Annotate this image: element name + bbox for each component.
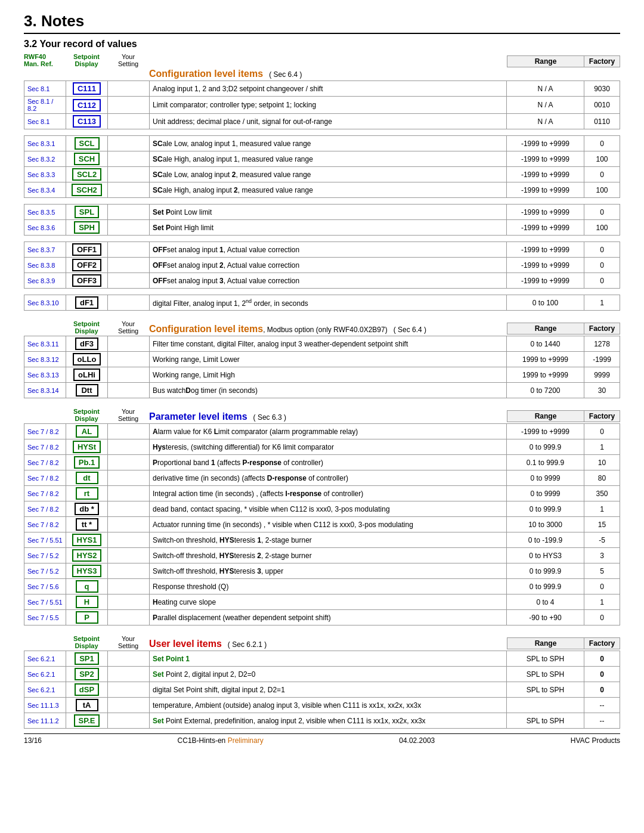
col-header-range4: Range [507, 637, 584, 649]
section-title: 3.2 Your record of values [24, 39, 620, 49]
user-table: Sec 6.2.1 SP1 Set Point 1 SPL to SPH 0 S… [24, 651, 620, 729]
col-label-setting4: YourSetting [107, 635, 149, 649]
footer: 13/16 CC1B-Hints-en Preliminary 04.02.20… [24, 733, 620, 745]
param-table: Sec 7 / 8.2 AL Alarm value for K6 Limit … [24, 423, 620, 625]
range-c113: N / A [507, 114, 584, 129]
table-row: Sec 7 / 8.2 HYSt Hysteresis, (switching … [24, 439, 620, 455]
col-label-setting: YourSetting [107, 53, 149, 67]
table-row: Sec 8.3.6 SPH Set Point High limit -1999… [24, 220, 620, 236]
manref-c112: Sec 8.1 / 8.2 [27, 98, 53, 112]
col-label-display4: SetpointDisplay [66, 635, 107, 649]
footer-date: 04.02.2003 [399, 736, 435, 745]
col-label-setting3: YourSetting [107, 408, 149, 422]
config-sec-ref: ( Sec 6.4 ) [265, 70, 302, 79]
col-header-factory: Factory [584, 55, 620, 67]
display-c112: C112 [73, 99, 101, 112]
col-label-setting2: YourSetting [107, 320, 149, 335]
desc-c113: Unit address; decimal place / unit, sign… [150, 114, 507, 129]
display-c111: C111 [73, 82, 101, 95]
table-row: Sec 7 / 8.2 tt * Actuator running time (… [24, 517, 620, 532]
table-row: Sec 8.3.10 dF1 digital Filter, analog in… [24, 295, 620, 311]
table-row: Sec 8.3.7 OFF1 OFFset analog input 1, Ac… [24, 242, 620, 258]
scale-table: Sec 8.3.1 SCL SCale Low, analog input 1,… [24, 135, 620, 198]
table-row: Sec 11.1.2 SP.E Set Point External, pred… [24, 713, 620, 729]
table-row: Sec 8.3.9 OFF3 OFFset analog input 3, Ac… [24, 273, 620, 289]
setpoint-limit-table: Sec 8.3.5 SPL Set Point Low limit -1999 … [24, 204, 620, 236]
table-row: Sec 7 / 8.2 dt derivative time (in secon… [24, 470, 620, 486]
page-title: 3. Notes [24, 12, 620, 34]
table-row: Sec 8.3.14 Dtt Bus watchDog timer (in se… [24, 383, 620, 398]
factory-c112: 0010 [584, 97, 620, 114]
desc-c111: Analog input 1, 2 and 3;D2 setpoint chan… [150, 81, 507, 97]
df1-table: Sec 8.3.10 dF1 digital Filter, analog in… [24, 295, 620, 311]
table-row: Sec 8.3.1 SCL SCale Low, analog input 1,… [24, 136, 620, 151]
table-row: Sec 7 / 5.2 HYS3 Switch-off threshold, H… [24, 563, 620, 579]
offset-table: Sec 8.3.7 OFF1 OFFset analog input 1, Ac… [24, 241, 620, 289]
col-header-factory3: Factory [584, 410, 620, 422]
user-section-title: User level items [149, 639, 222, 649]
table-row: Sec 8.3.11 dF3 Filter time constant, dig… [24, 336, 620, 352]
col-header-range: Range [507, 55, 584, 67]
table-row: Sec 7 / 8.2 rt Integral action time (in … [24, 486, 620, 501]
col-header-factory4: Factory [584, 637, 620, 649]
table-row: Sec 8.3.3 SCL2 SCale Low, analog input 2… [24, 167, 620, 182]
range-c111: N / A [507, 81, 584, 97]
table-row: Sec 6.2.1 SP1 Set Point 1 SPL to SPH 0 [24, 651, 620, 667]
modbus-subtitle: , Modbus option (only RWF40.0X2B97) [263, 326, 388, 334]
col-header-range3: Range [507, 410, 584, 422]
desc-c112: Limit comparator; controller type; setpo… [150, 97, 507, 114]
table-row: Sec 7 / 5.6 q Response threshold (Q) 0 t… [24, 579, 620, 594]
factory-c111: 9030 [584, 81, 620, 97]
modbus-table: Sec 8.3.11 dF3 Filter time constant, dig… [24, 336, 620, 398]
table-row: Sec 8.3.12 oLLo Working range, Limit Low… [24, 352, 620, 367]
param-sec-ref: ( Sec 6.3 ) [249, 413, 286, 422]
col-header-factory2: Factory [584, 323, 620, 335]
param-section-title: Parameter level items [149, 411, 247, 422]
modbus-section-title: Configuration level items [149, 324, 263, 334]
factory-c113: 0110 [584, 114, 620, 129]
table-row: Sec 11.1.3 tA temperature, Ambient (outs… [24, 698, 620, 713]
config-table: Sec 8.1 C111 Analog input 1, 2 and 3;D2 … [24, 80, 620, 129]
col-label-display3: SetpointDisplay [66, 408, 107, 422]
table-row: Sec 8.1 C111 Analog input 1, 2 and 3;D2 … [24, 81, 620, 97]
table-row: Sec 8.3.2 SCH SCale High, analog input 1… [24, 151, 620, 167]
table-row: Sec 7 / 8.2 AL Alarm value for K6 Limit … [24, 424, 620, 439]
table-row: Sec 7 / 5.5 P Parallel displacement (wea… [24, 610, 620, 625]
footer-page: 13/16 [24, 736, 42, 745]
manref-c111: Sec 8.1 [27, 85, 49, 92]
col-label-manref: RWF40Man. Ref. [24, 53, 66, 67]
table-row: Sec 8.1 C113 Unit address; decimal place… [24, 114, 620, 129]
col-label-display2: SetpointDisplay [66, 320, 107, 335]
table-row: Sec 8.1 / 8.2 C112 Limit comparator; con… [24, 97, 620, 114]
table-row: Sec 7 / 5.51 H Heating curve slope 0 to … [24, 594, 620, 610]
table-row: Sec 6.2.1 SP2 Set Point 2, digital input… [24, 667, 620, 682]
table-row: Sec 7 / 5.2 HYS2 Switch-off threshold, H… [24, 548, 620, 563]
table-row: Sec 8.3.8 OFF2 OFFset analog input 2, Ac… [24, 258, 620, 273]
table-row: Sec 8.3.5 SPL Set Point Low limit -1999 … [24, 205, 620, 220]
table-row: Sec 7 / 8.2 db * dead band, contact spac… [24, 501, 620, 517]
modbus-sec-ref: ( Sec 6.4 ) [389, 326, 426, 334]
table-row: Sec 6.2.1 dSP digital Set Point shift, d… [24, 682, 620, 698]
table-row: Sec 8.3.4 SCH2 SCale High, analog input … [24, 182, 620, 198]
config-section-title: Configuration level items [149, 69, 263, 79]
table-row: Sec 7 / 8.2 Pb.1 Proportional band 1 (af… [24, 455, 620, 470]
footer-doc: CC1B-Hints-en Preliminary [178, 736, 264, 745]
user-sec-ref: ( Sec 6.2.1 ) [224, 640, 267, 649]
range-c112: N / A [507, 97, 584, 114]
table-row: Sec 7 / 5.51 HYS1 Switch-on threshold, H… [24, 532, 620, 548]
table-row: Sec 8.3.13 oLHi Working range, Limit Hig… [24, 367, 620, 383]
col-label-display: SetpointDisplay [66, 53, 107, 67]
manref-c113: Sec 8.1 [27, 118, 49, 125]
col-header-range2: Range [507, 323, 584, 335]
footer-brand: HVAC Products [571, 736, 620, 745]
display-c113: C113 [73, 115, 101, 128]
